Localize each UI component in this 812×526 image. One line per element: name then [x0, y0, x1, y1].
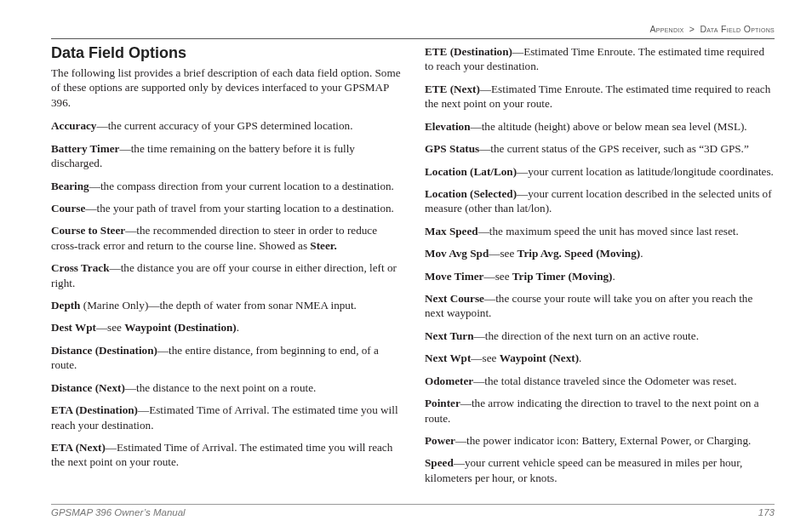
definition-term: Accuracy — [51, 119, 96, 132]
definition-entry: Move Timer—see Trip Timer (Moving). — [425, 269, 775, 283]
definition-term: Next Turn — [425, 329, 474, 342]
definition-term: Location (Lat/Lon) — [425, 165, 517, 178]
definition-term: Power — [425, 434, 455, 447]
definition-term: Move Timer — [425, 270, 483, 283]
definition-desc: —the distance to the next point on a rou… — [125, 381, 317, 394]
definition-desc: —your current vehicle speed can be measu… — [425, 456, 742, 483]
definition-entry: Dest Wpt—see Waypoint (Destination). — [51, 320, 401, 334]
definition-entry: Odometer—the total distance traveled sin… — [425, 374, 775, 388]
definition-desc: (Marine Only)—the depth of water from so… — [80, 299, 356, 312]
definition-term: Odometer — [425, 374, 473, 387]
definition-term: Dest Wpt — [51, 321, 96, 334]
definition-entry: Next Course—the course your route will t… — [425, 291, 775, 321]
page-root: Appendix > Data Field Options Data Field… — [0, 0, 812, 526]
definition-entry: Depth (Marine Only)—the depth of water f… — [51, 298, 401, 312]
column-left: Data Field Options The following list pr… — [51, 44, 401, 502]
breadcrumb-section: Appendix — [649, 24, 683, 34]
definition-entry: Bearing—the compass direction from your … — [51, 179, 401, 193]
definition-term: Elevation — [425, 120, 470, 133]
definition-term: Mov Avg Spd — [425, 247, 489, 260]
definition-desc: —the altitude (height) above or below me… — [470, 120, 746, 133]
definition-term: GPS Status — [425, 142, 479, 155]
breadcrumb-sep: > — [687, 24, 697, 34]
definition-ref: Waypoint (Destination) — [124, 321, 237, 334]
definition-entry: ETA (Destination)—Estimated Time of Arri… — [51, 403, 401, 432]
definition-desc: —see — [471, 352, 499, 364]
definition-entry: ETE (Next)—Estimated Time Enroute. The e… — [425, 82, 775, 111]
definition-desc: . — [237, 321, 239, 334]
definition-entry: ETA (Next)—Estimated Time of Arrival. Th… — [51, 440, 401, 470]
definition-entry: Speed—your current vehicle speed can be … — [425, 455, 775, 485]
definition-desc: —the compass direction from your current… — [89, 180, 394, 192]
definition-desc: —the maximum speed the unit has moved si… — [478, 225, 739, 237]
definition-desc: . — [579, 352, 581, 364]
definition-entry: Next Turn—the direction of the next turn… — [425, 329, 775, 343]
definition-desc: —see — [489, 247, 517, 260]
definition-term: Cross Track — [51, 261, 110, 274]
footer-pagenum: 173 — [758, 507, 775, 517]
definition-desc: —the your path of travel from your start… — [85, 202, 394, 214]
intro-paragraph: The following list provides a brief desc… — [51, 66, 401, 110]
definition-entry: Pointer—the arrow indicating the directi… — [425, 396, 775, 426]
definition-term: Course — [51, 202, 85, 214]
definition-ref: Waypoint (Next) — [500, 352, 579, 364]
header-rule — [51, 38, 775, 39]
definition-entry: Accuracy—the current accuracy of your GP… — [51, 118, 401, 133]
definition-term: Max Speed — [425, 225, 478, 237]
breadcrumb-page: Data Field Options — [700, 24, 775, 34]
breadcrumb: Appendix > Data Field Options — [51, 24, 775, 34]
definition-entry: Course to Steer—the recommended directio… — [51, 223, 401, 253]
definition-ref: Trip Timer (Moving) — [512, 270, 613, 283]
footer: GPSMAP 396 Owner’s Manual 173 — [51, 504, 775, 517]
definition-desc: —the total distance traveled since the O… — [473, 374, 736, 387]
page-title: Data Field Options — [51, 44, 401, 62]
definition-entry: Location (Selected)—your current locatio… — [425, 186, 775, 216]
definition-term: Speed — [425, 456, 454, 469]
definition-term: Next Course — [425, 292, 484, 305]
definition-term: ETE (Next) — [425, 83, 480, 95]
definition-desc: —the current status of the GPS receiver,… — [479, 142, 749, 155]
definition-term: ETE (Destination) — [425, 45, 512, 58]
definition-entry: Cross Track—the distance you are off you… — [51, 260, 401, 290]
definition-desc: —see — [96, 321, 124, 334]
definition-desc: —the current accuracy of your GPS determ… — [96, 119, 352, 132]
definition-term: Distance (Destination) — [51, 344, 157, 357]
definition-desc: —the power indicator icon: Battery, Exte… — [455, 434, 751, 447]
definition-entry: GPS Status—the current status of the GPS… — [425, 141, 775, 156]
definition-term: Location (Selected) — [425, 187, 517, 200]
definition-term: Pointer — [425, 397, 460, 409]
definition-desc: . — [640, 247, 643, 260]
definition-desc: —your current location as latitude/longi… — [517, 165, 774, 178]
definition-entry: Mov Avg Spd—see Trip Avg. Speed (Moving)… — [425, 246, 775, 260]
definition-entry: Max Speed—the maximum speed the unit has… — [425, 224, 775, 238]
definition-entry: Battery Timer—the time remaining on the … — [51, 141, 401, 171]
definition-desc: —the arrow indicating the direction to t… — [425, 397, 759, 424]
definition-ref: Trip Avg. Speed (Moving) — [518, 247, 641, 260]
definition-entry: Elevation—the altitude (height) above or… — [425, 119, 775, 134]
definition-desc: —the direction of the next turn on an ac… — [474, 329, 699, 342]
columns: Data Field Options The following list pr… — [51, 44, 775, 502]
definition-entry: Power—the power indicator icon: Battery,… — [425, 433, 775, 448]
definition-entry: Course—the your path of travel from your… — [51, 201, 401, 215]
definition-term: Distance (Next) — [51, 381, 125, 394]
definition-ref: Steer. — [310, 239, 336, 252]
definition-term: ETA (Next) — [51, 441, 106, 454]
definition-entry: ETE (Destination)—Estimated Time Enroute… — [425, 44, 775, 74]
definition-desc: . — [613, 270, 615, 283]
definition-desc: —see — [483, 270, 512, 283]
definition-term: Bearing — [51, 180, 89, 192]
definition-entry: Location (Lat/Lon)—your current location… — [425, 164, 775, 179]
definition-term: Course to Steer — [51, 224, 125, 237]
definition-entry: Next Wpt—see Waypoint (Next). — [425, 351, 775, 365]
column-right: ETE (Destination)—Estimated Time Enroute… — [425, 44, 775, 502]
definition-term: Battery Timer — [51, 142, 119, 155]
definition-entry: Distance (Next)—the distance to the next… — [51, 380, 401, 395]
definition-term: Next Wpt — [425, 352, 471, 364]
footer-label: GPSMAP 396 Owner’s Manual — [51, 507, 186, 517]
definition-entry: Distance (Destination)—the entire distan… — [51, 343, 401, 373]
definition-term: ETA (Destination) — [51, 403, 138, 416]
definition-term: Depth — [51, 299, 80, 312]
